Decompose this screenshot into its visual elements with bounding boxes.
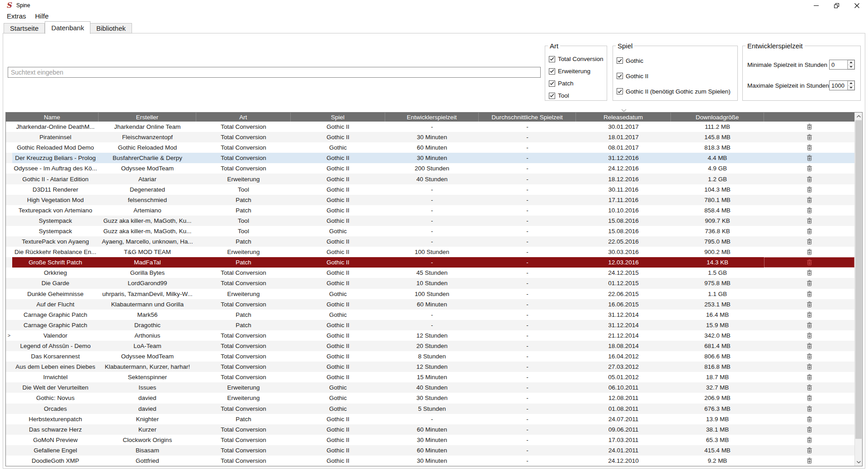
table-row[interactable]: Jharkendar-Online DeathM...Jharkendar On… (6, 122, 854, 132)
table-row[interactable]: Der Kreuzzug Beliars - PrologBusfahrerCh… (6, 153, 854, 163)
column-header-downloadgr-e[interactable]: Downloadgröße (671, 113, 764, 122)
delete-mod-button[interactable] (805, 352, 814, 361)
table-row[interactable]: SystempackGuzz aka killer-m, MaGoth, Ku.… (6, 226, 854, 236)
table-row[interactable]: Carnage Graphic PatchDragothicPatchGothi… (6, 320, 854, 330)
tab-bibliothek[interactable]: Bibliothek (90, 23, 132, 33)
table-row[interactable]: Die Rückkehr Rebalance En...T&G MOD TEAM… (6, 247, 854, 257)
search-input[interactable] (8, 67, 541, 78)
table-row[interactable]: D3D11 RendererDegeneratedToolGothic II--… (6, 184, 854, 195)
table-row[interactable]: Legend of Ahssûn - DemoLoA-TeamTotal Con… (6, 341, 854, 351)
table-row[interactable]: Odyssee - Im Auftrag des Kö...Odyssee Mo… (6, 163, 854, 174)
table-row[interactable]: Aus dem Leben eines DiebesKlabautermann,… (6, 362, 854, 372)
table-row[interactable]: Das schwarze HerzKurzerTotal ConversionG… (6, 424, 854, 435)
table-row[interactable]: Gothic II - Atariar EditionAtariarErweit… (6, 174, 854, 184)
column-header-entwicklerspielzeit[interactable]: Entwicklerspielzeit (385, 113, 479, 122)
table-row[interactable]: Das KorsarennestOdyssee ModTeamTotal Con… (6, 351, 854, 362)
delete-mod-button[interactable] (805, 248, 814, 256)
delete-mod-button[interactable] (805, 331, 814, 339)
delete-mod-button[interactable] (805, 300, 814, 308)
column-header-art[interactable]: Art (196, 113, 291, 122)
table-row[interactable]: TexturePack von AyaengAyaeng, Marcello, … (6, 236, 854, 247)
delete-mod-button[interactable] (805, 425, 814, 433)
table-row[interactable]: GoMoN PreviewClockwork OriginsTotal Conv… (6, 435, 854, 445)
restore-button[interactable] (826, 0, 847, 11)
table-row[interactable]: Texturepack von ArtemianoArtemianoPatchG… (6, 205, 854, 216)
column-header-ersteller[interactable]: Ersteller (99, 113, 196, 122)
delete-mod-button[interactable] (805, 164, 814, 173)
delete-mod-button[interactable] (805, 227, 814, 235)
spin-up-button[interactable] (848, 60, 854, 65)
table-row[interactable]: PirateninselFleischwanzentopfTotal Conve… (6, 132, 854, 142)
table-row[interactable]: OrkkriegGorilla BytesTotal ConversionGot… (6, 268, 854, 278)
delete-mod-button[interactable] (805, 457, 814, 465)
delete-mod-button[interactable] (805, 258, 814, 267)
delete-mod-button[interactable] (805, 123, 814, 131)
expander-icon[interactable]: > (6, 330, 12, 341)
max-playtime-spinbox[interactable]: 1000 (829, 80, 855, 90)
table-row[interactable]: Auf der FluchtKlabautermann und GorillaT… (6, 299, 854, 310)
spin-down-button[interactable] (848, 86, 854, 90)
column-header-durchschnittliche-spielzeit[interactable]: Durchschnittliche Spielzeit (479, 113, 576, 122)
table-row[interactable]: OrcadesdaviedTotal ConversionGothic5 Stu… (6, 404, 854, 414)
spin-up-button[interactable] (848, 81, 854, 86)
table-row[interactable]: >ValendorArthoniusTotal ConversionGothic… (6, 330, 854, 341)
vertical-scrollbar[interactable] (854, 113, 862, 466)
checkbox-gothic-ii-ben-tigt-gothic-zum-spielen[interactable]: Gothic II (benötigt Gothic zum Spielen) (617, 84, 737, 99)
checkbox-tool[interactable]: Tool (549, 89, 607, 102)
delete-mod-button[interactable] (805, 185, 814, 193)
delete-mod-button[interactable] (805, 279, 814, 287)
spin-down-button[interactable] (848, 65, 854, 70)
checkbox-total-conversion[interactable]: Total Conversion (549, 53, 607, 65)
column-header-actions[interactable] (764, 113, 854, 122)
delete-mod-button[interactable] (805, 384, 814, 392)
scroll-up-button[interactable] (855, 113, 862, 120)
delete-mod-button[interactable] (805, 310, 814, 319)
delete-mod-button[interactable] (805, 290, 814, 298)
checkbox-gothic[interactable]: Gothic (617, 53, 737, 68)
column-header-releasedatum[interactable]: Releasedatum (576, 113, 671, 122)
delete-mod-button[interactable] (805, 394, 814, 402)
delete-mod-button[interactable] (805, 415, 814, 423)
scrollbar-thumb[interactable] (855, 120, 862, 439)
delete-mod-button[interactable] (805, 196, 814, 204)
delete-mod-button[interactable] (805, 206, 814, 214)
tab-datenbank[interactable]: Datenbank (45, 21, 90, 34)
table-row[interactable]: High Vegetation ModfelsenschmiedPatchGot… (6, 195, 854, 205)
delete-mod-button[interactable] (805, 216, 814, 225)
delete-mod-button[interactable] (805, 342, 814, 350)
table-row[interactable]: Gothic Reloaded Mod DemoGothic Reloaded … (6, 142, 854, 153)
delete-mod-button[interactable] (805, 373, 814, 381)
table-row[interactable]: Gefallene EngelBisasamTotal ConversionGo… (6, 445, 854, 456)
delete-mod-button[interactable] (805, 363, 814, 371)
table-row[interactable]: Die Welt der VerurteiltenIssuesErweiteru… (6, 382, 854, 393)
table-row[interactable]: DoodleGoth XMPGottfriedTotal ConversionG… (6, 456, 854, 466)
column-header-name[interactable]: Name (6, 113, 99, 122)
menu-item-hilfe[interactable]: Hilfe (31, 12, 53, 20)
delete-mod-button[interactable] (805, 238, 814, 246)
table-row[interactable]: Carnage Graphic PatchMark56PatchGothic--… (6, 310, 854, 320)
tab-startseite[interactable]: Startseite (4, 23, 45, 33)
delete-mod-button[interactable] (805, 446, 814, 454)
delete-mod-button[interactable] (805, 436, 814, 444)
delete-mod-button[interactable] (805, 154, 814, 162)
scroll-down-button[interactable] (855, 458, 862, 466)
min-playtime-spinbox[interactable]: 0 (829, 60, 855, 70)
minimize-button[interactable] (806, 0, 826, 11)
menu-item-extras[interactable]: Extras (2, 12, 31, 20)
delete-mod-button[interactable] (805, 321, 814, 329)
checkbox-patch[interactable]: Patch (549, 77, 607, 89)
table-row[interactable]: Gothic: NovusdaviedErweiterungGothic30 S… (6, 393, 854, 403)
column-header-spiel[interactable]: Spiel (291, 113, 385, 122)
delete-mod-button[interactable] (805, 144, 814, 152)
delete-mod-button[interactable] (805, 133, 814, 141)
table-row[interactable]: Große Schrift PatchMadFaTalPatchGothic I… (6, 257, 854, 268)
delete-mod-button[interactable] (805, 404, 814, 413)
delete-mod-button[interactable] (805, 175, 814, 183)
delete-mod-button[interactable] (805, 269, 814, 277)
table-row[interactable]: IrrwichtelSektenspinnerTotal ConversionG… (6, 372, 854, 382)
close-button[interactable] (847, 0, 867, 11)
table-row[interactable]: HerbstexturenpatchKnighterPatchGothic II… (6, 414, 854, 424)
checkbox-gothic-ii[interactable]: Gothic II (617, 68, 737, 84)
checkbox-erweiterung[interactable]: Erweiterung (549, 65, 607, 77)
table-row[interactable]: SystempackGuzz aka killer-m, MaGoth, Ku.… (6, 216, 854, 226)
